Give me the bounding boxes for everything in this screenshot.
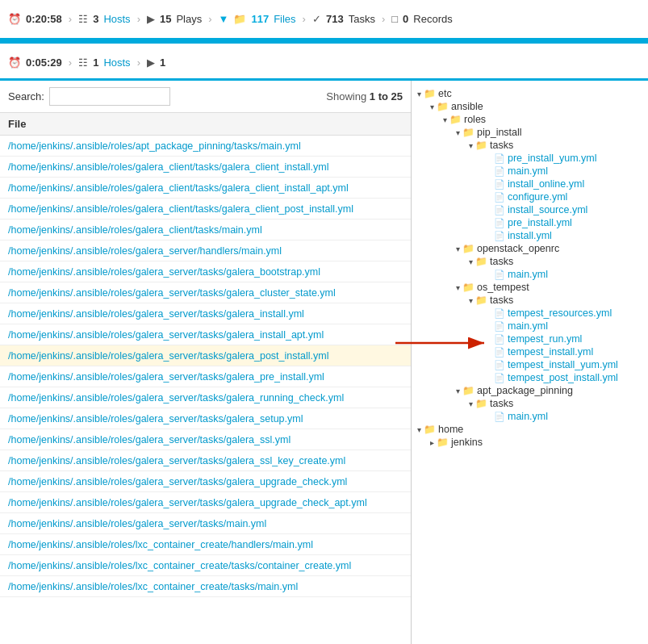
tree-file-label[interactable]: tempest_run.yml <box>508 333 582 345</box>
file-row[interactable]: /home/jenkins/.ansible/roles/galera_clie… <box>0 157 411 178</box>
file-link[interactable]: /home/jenkins/.ansible/roles/galera_serv… <box>8 245 282 257</box>
file-row[interactable]: /home/jenkins/.ansible/roles/lxc_contain… <box>0 534 411 555</box>
tree-file-item[interactable]: 📄 install_online.yml <box>412 178 648 190</box>
tree-folder-item[interactable]: ▾ 📁 tasks <box>412 294 648 307</box>
file-row[interactable]: /home/jenkins/.ansible/roles/galera_serv… <box>0 261 411 282</box>
tree-file-item[interactable]: 📄 tempest_run.yml <box>412 332 648 345</box>
file-row[interactable]: /home/jenkins/.ansible/roles/galera_serv… <box>0 366 411 387</box>
file-row[interactable]: /home/jenkins/.ansible/roles/galera_serv… <box>0 345 411 366</box>
records-label[interactable]: Records <box>413 13 452 25</box>
files-label[interactable]: Files <box>274 13 295 25</box>
tree-file-item[interactable]: 📄 tempest_install.yml <box>412 345 648 358</box>
hosts2-label[interactable]: Hosts <box>103 56 130 69</box>
tree-file-label[interactable]: tempest_install.yml <box>508 346 593 358</box>
file-row[interactable]: /home/jenkins/.ansible/roles/galera_serv… <box>0 408 411 429</box>
tree-file-label[interactable]: tempest_install_yum.yml <box>508 359 618 370</box>
hosts-label[interactable]: Hosts <box>103 13 130 25</box>
file-link[interactable]: /home/jenkins/.ansible/roles/galera_clie… <box>8 182 349 194</box>
tree-file-item[interactable]: 📄 main.yml <box>412 410 648 423</box>
file-row[interactable]: /home/jenkins/.ansible/roles/galera_serv… <box>0 492 411 513</box>
plays-label[interactable]: Plays <box>176 13 202 25</box>
tree-folder-item[interactable]: ▾ 📁 tasks <box>412 139 648 152</box>
file-row[interactable]: /home/jenkins/.ansible/roles/galera_serv… <box>0 387 411 408</box>
tree-folder-item[interactable]: ▾ 📁 tasks <box>412 255 648 268</box>
tree-toggle-icon[interactable]: ▾ <box>430 102 434 111</box>
tree-toggle-icon[interactable]: ▾ <box>443 115 447 124</box>
file-row[interactable]: /home/jenkins/.ansible/roles/galera_clie… <box>0 178 411 199</box>
file-row[interactable]: /home/jenkins/.ansible/roles/galera_clie… <box>0 220 411 240</box>
file-row[interactable]: /home/jenkins/.ansible/roles/galera_clie… <box>0 199 411 220</box>
file-link[interactable]: /home/jenkins/.ansible/roles/lxc_contain… <box>8 539 313 550</box>
file-row[interactable]: /home/jenkins/.ansible/roles/galera_serv… <box>0 282 411 303</box>
tree-folder-item[interactable]: ▾ 📁 etc <box>412 87 648 100</box>
tree-file-item[interactable]: 📄 tempest_install_yum.yml <box>412 358 648 371</box>
file-link[interactable]: /home/jenkins/.ansible/roles/galera_serv… <box>8 518 266 529</box>
file-row[interactable]: /home/jenkins/.ansible/roles/apt_package… <box>0 136 411 157</box>
file-link[interactable]: /home/jenkins/.ansible/roles/galera_serv… <box>8 392 344 404</box>
tree-file-item[interactable]: 📄 main.yml <box>412 320 648 332</box>
tree-file-label[interactable]: install.yml <box>508 230 552 241</box>
tree-toggle-icon[interactable]: ▾ <box>456 283 460 292</box>
file-link[interactable]: /home/jenkins/.ansible/roles/galera_serv… <box>8 371 324 383</box>
tree-file-item[interactable]: 📄 tempest_post_install.yml <box>412 371 648 384</box>
file-link[interactable]: /home/jenkins/.ansible/roles/galera_serv… <box>8 329 324 341</box>
tree-toggle-icon[interactable]: ▾ <box>417 90 421 98</box>
file-link[interactable]: /home/jenkins/.ansible/roles/galera_serv… <box>8 287 336 299</box>
tree-toggle-icon[interactable]: ▾ <box>456 387 460 395</box>
tree-folder-item[interactable]: ▾ 📁 ansible <box>412 100 648 113</box>
tree-folder-item[interactable]: ▾ 📁 home <box>412 423 648 436</box>
tree-folder-item[interactable]: ▾ 📁 openstack_openrc <box>412 242 648 255</box>
tree-folder-item[interactable]: ▾ 📁 roles <box>412 113 648 126</box>
tree-folder-item[interactable]: ▸ 📁 jenkins <box>412 436 648 449</box>
tree-file-item[interactable]: 📄 install_source.yml <box>412 203 648 216</box>
file-link[interactable]: /home/jenkins/.ansible/roles/galera_serv… <box>8 308 304 320</box>
file-row[interactable]: /home/jenkins/.ansible/roles/galera_serv… <box>0 303 411 324</box>
tree-file-label[interactable]: tempest_resources.yml <box>508 307 612 319</box>
tasks-label[interactable]: Tasks <box>349 13 375 25</box>
tree-file-label[interactable]: tempest_post_install.yml <box>508 372 618 383</box>
file-row[interactable]: /home/jenkins/.ansible/roles/galera_serv… <box>0 450 411 471</box>
tree-file-label[interactable]: pre_install.yml <box>508 217 572 228</box>
tree-toggle-icon[interactable]: ▾ <box>469 141 473 150</box>
file-link[interactable]: /home/jenkins/.ansible/roles/apt_package… <box>8 140 301 152</box>
file-link[interactable]: /home/jenkins/.ansible/roles/lxc_contain… <box>8 560 351 571</box>
tree-file-label[interactable]: configure.yml <box>508 191 567 203</box>
tree-toggle-icon[interactable]: ▾ <box>469 257 473 266</box>
file-row[interactable]: /home/jenkins/.ansible/roles/lxc_contain… <box>0 576 411 597</box>
file-row[interactable]: /home/jenkins/.ansible/roles/lxc_contain… <box>0 555 411 576</box>
tree-toggle-icon[interactable]: ▾ <box>456 128 460 137</box>
file-link[interactable]: /home/jenkins/.ansible/roles/galera_serv… <box>8 455 345 466</box>
file-row[interactable]: /home/jenkins/.ansible/roles/galera_serv… <box>0 324 411 345</box>
tree-toggle-icon[interactable]: ▾ <box>417 425 421 434</box>
file-link[interactable]: /home/jenkins/.ansible/roles/galera_clie… <box>8 224 262 236</box>
tree-file-label[interactable]: install_source.yml <box>508 204 587 215</box>
tree-file-item[interactable]: 📄 install.yml <box>412 229 648 242</box>
tree-folder-item[interactable]: ▾ 📁 pip_install <box>412 126 648 139</box>
file-link[interactable]: /home/jenkins/.ansible/roles/galera_serv… <box>8 497 367 508</box>
file-link[interactable]: /home/jenkins/.ansible/roles/galera_serv… <box>8 266 320 278</box>
tree-folder-item[interactable]: ▾ 📁 os_tempest <box>412 281 648 294</box>
tree-file-item[interactable]: 📄 main.yml <box>412 165 648 178</box>
file-link[interactable]: /home/jenkins/.ansible/roles/galera_clie… <box>8 203 353 215</box>
search-input[interactable] <box>49 87 170 106</box>
tree-toggle-icon[interactable]: ▾ <box>469 399 473 408</box>
tree-file-item[interactable]: 📄 configure.yml <box>412 190 648 203</box>
tree-file-label[interactable]: main.yml <box>508 320 548 332</box>
tree-file-item[interactable]: 📄 tempest_resources.yml <box>412 307 648 320</box>
file-link[interactable]: /home/jenkins/.ansible/roles/galera_serv… <box>8 476 347 487</box>
file-row[interactable]: /home/jenkins/.ansible/roles/galera_serv… <box>0 429 411 450</box>
file-link[interactable]: /home/jenkins/.ansible/roles/galera_serv… <box>8 434 291 445</box>
tree-file-item[interactable]: 📄 pre_install.yml <box>412 216 648 229</box>
file-link[interactable]: /home/jenkins/.ansible/roles/lxc_contain… <box>8 581 298 592</box>
tree-file-item[interactable]: 📄 pre_install_yum.yml <box>412 152 648 165</box>
tree-toggle-icon[interactable]: ▾ <box>456 245 460 253</box>
tree-file-label[interactable]: main.yml <box>508 411 548 422</box>
file-link[interactable]: /home/jenkins/.ansible/roles/galera_serv… <box>8 413 303 424</box>
file-row[interactable]: /home/jenkins/.ansible/roles/galera_serv… <box>0 513 411 534</box>
tree-toggle-icon[interactable]: ▸ <box>430 438 434 447</box>
file-link[interactable]: /home/jenkins/.ansible/roles/galera_serv… <box>8 350 328 362</box>
tree-folder-item[interactable]: ▾ 📁 apt_package_pinning <box>412 384 648 397</box>
tree-file-label[interactable]: pre_install_yum.yml <box>508 153 596 164</box>
tree-file-item[interactable]: 📄 main.yml <box>412 268 648 281</box>
file-link[interactable]: /home/jenkins/.ansible/roles/galera_clie… <box>8 161 328 173</box>
